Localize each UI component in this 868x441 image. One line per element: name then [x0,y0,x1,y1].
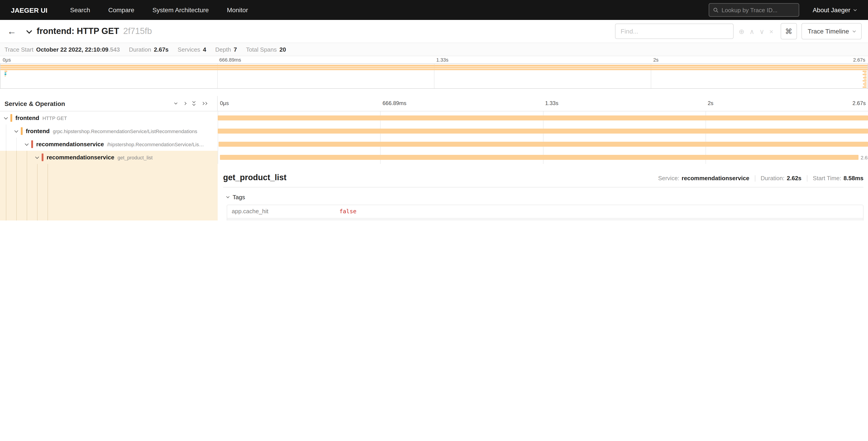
minimap-span-line [864,79,867,80]
chevron-down-icon[interactable] [4,115,8,119]
detail-meta: Service: recommendationservice Duration:… [658,173,864,182]
span-bar-row [218,138,868,151]
app-logo[interactable]: JAEGER UI [0,6,61,14]
tree-controls [175,101,207,106]
trace-services: Services4 [178,46,206,53]
minimap-span-line [4,70,7,72]
tags-table: app.cache_hit false app.filtered_product… [227,205,864,220]
trace-duration: Duration2.67s [129,46,168,53]
tag-value: 8 [336,218,346,220]
span-row[interactable]: frontend grpc.hipstershop.Recommendation… [0,124,868,138]
minimap-span-line [4,72,6,74]
timeline-tick: 666.89ms [383,100,406,107]
service-label: Service: [658,175,679,182]
trace-info-bar: Trace StartOctober 22 2022, 22:10:09.543… [0,42,868,56]
span-bar-row [218,111,868,124]
span-row[interactable]: frontend HTTP GET [0,111,868,124]
expand-all-button[interactable] [202,102,207,105]
trace-id-search-input[interactable] [722,6,795,13]
timeline-tick: 0μs [220,100,229,107]
minimap-span-line [4,76,6,77]
span-bar[interactable] [219,142,868,147]
clear-find-icon[interactable]: × [769,28,773,35]
chevron-down-icon [226,195,229,198]
keyboard-shortcuts-button[interactable]: ⌘ [780,23,797,39]
minimap-span-line [863,74,867,75]
indent-guide [16,151,17,164]
chevron-down-icon[interactable] [14,128,18,133]
duration-label: Duration: [761,175,785,182]
next-match-icon[interactable]: ∨ [760,28,764,35]
chevron-down-icon[interactable] [35,155,39,159]
minimap-span-line [4,74,6,75]
trace-view-selector[interactable]: Trace Timeline [801,23,862,39]
trace-total-spans: Total Spans20 [246,46,286,53]
operation-name: HTTP GET [42,115,67,121]
trace-id-short: 2f715fb [123,26,152,36]
operation-name: grpc.hipstershop.RecommendationService/L… [53,128,197,134]
span-detail-panel: get_product_list Service: recommendation… [218,164,868,220]
expand-one-button[interactable] [184,102,186,105]
operation-name: /hipstershop.RecommendationService/Lis… [107,142,204,147]
trace-id-search[interactable] [709,3,799,17]
span-row[interactable]: recommendationservice /hipstershop.Recom… [0,138,868,151]
focus-matches-icon[interactable]: ⊕ [739,28,744,35]
span-bar-row: 2.62s [218,151,868,164]
tags-header: Tags [232,194,245,201]
chevron-down-icon[interactable] [25,142,29,146]
chevron-down-icon [854,8,857,11]
about-jaeger-menu[interactable]: About Jaeger [812,6,856,13]
timeline-tick: 2.67s [852,100,866,107]
span-bar[interactable] [218,115,868,120]
minimap-span-line [864,85,867,86]
trace-minimap[interactable] [0,63,868,89]
collapse-one-button[interactable] [175,102,177,105]
indent-guide [6,124,6,138]
service-color-chip [10,114,12,122]
indent-guide [27,164,27,220]
minimap-tick: 0μs [3,57,11,62]
start-time-value: 8.58ms [843,175,864,182]
minimap-ticks: 0μs 666.89ms 1.33s 2s 2.67s [0,56,868,63]
tags-section-toggle[interactable]: Tags [227,194,864,201]
minimap-tick: 666.89ms [219,57,241,62]
minimap-span-line [864,72,867,74]
collapse-all-button[interactable] [193,101,195,106]
timeline-tick: 2s [708,100,713,107]
command-icon: ⌘ [785,27,792,35]
nav-item-system-architecture[interactable]: System Architecture [144,6,218,13]
start-time-label: Start Time: [813,175,841,182]
service-color-chip [31,140,33,148]
minimap-span-line [863,77,867,78]
nav-item-monitor[interactable]: Monitor [218,6,257,13]
tag-row: app.filtered_products.count 8 [227,218,863,220]
minimap-span-line [863,83,867,84]
nav-item-search[interactable]: Search [61,6,99,13]
minimap-span-line [864,76,867,77]
trace-start: Trace StartOctober 22 2022, 22:10:09.543 [4,46,120,53]
tag-key: app.filtered_products.count [227,218,336,220]
find-input[interactable] [615,24,734,39]
minimap-span-line [863,86,867,88]
jaeger-trace-page: JAEGER UI Search Compare System Architec… [0,0,868,220]
back-button[interactable]: ← [7,26,23,36]
tag-key: app.cache_hit [227,205,336,217]
span-row-selected[interactable]: recommendationservice get_product_list 2… [0,151,868,164]
span-bar[interactable] [218,128,868,134]
chevron-down-icon [852,29,856,32]
span-bar[interactable] [220,155,858,160]
trace-collapse-chevron-icon[interactable] [26,28,32,33]
top-nav: JAEGER UI Search Compare System Architec… [0,0,868,20]
indent-guide [6,151,6,164]
indent-guide [48,164,48,220]
indent-guide [27,151,27,164]
prev-match-icon[interactable]: ∧ [749,28,754,35]
service-color-chip [21,127,23,135]
meta-divider [807,175,807,181]
minimap-span-line [863,80,867,81]
nav-item-compare[interactable]: Compare [99,6,143,13]
minimap-tick: 2s [653,57,658,62]
indent-guide [6,138,6,151]
minimap-span-line [0,65,868,66]
span-operation-title: get_product_list [223,173,658,182]
